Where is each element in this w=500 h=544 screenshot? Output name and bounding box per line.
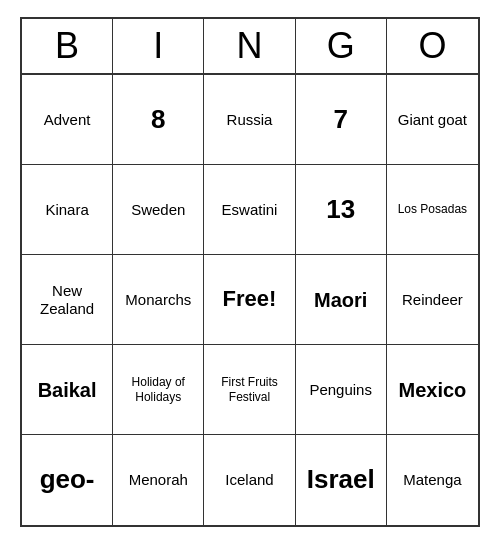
bingo-cell-r1-c3: 13 — [296, 165, 387, 255]
bingo-cell-r0-c1: 8 — [113, 75, 204, 165]
header-letter-n: N — [204, 19, 295, 73]
bingo-cell-r4-c0: geo- — [22, 435, 113, 525]
header-letter-g: G — [296, 19, 387, 73]
bingo-cell-r2-c2: Free! — [204, 255, 295, 345]
bingo-cell-r3-c3: Penguins — [296, 345, 387, 435]
bingo-cell-r4-c1: Menorah — [113, 435, 204, 525]
bingo-cell-r3-c4: Mexico — [387, 345, 478, 435]
bingo-cell-r2-c1: Monarchs — [113, 255, 204, 345]
bingo-cell-r2-c4: Reindeer — [387, 255, 478, 345]
bingo-cell-r0-c0: Advent — [22, 75, 113, 165]
bingo-cell-r3-c2: First Fruits Festival — [204, 345, 295, 435]
bingo-cell-r0-c2: Russia — [204, 75, 295, 165]
header-letter-i: I — [113, 19, 204, 73]
bingo-cell-r0-c3: 7 — [296, 75, 387, 165]
header-letter-b: B — [22, 19, 113, 73]
bingo-cell-r4-c3: Israel — [296, 435, 387, 525]
bingo-cell-r2-c0: New Zealand — [22, 255, 113, 345]
bingo-cell-r1-c2: Eswatini — [204, 165, 295, 255]
bingo-card: BINGO Advent8Russia7Giant goatKinaraSwed… — [20, 17, 480, 527]
bingo-cell-r1-c0: Kinara — [22, 165, 113, 255]
header-letter-o: O — [387, 19, 478, 73]
bingo-grid: Advent8Russia7Giant goatKinaraSwedenEswa… — [22, 75, 478, 525]
bingo-cell-r2-c3: Maori — [296, 255, 387, 345]
bingo-cell-r4-c4: Matenga — [387, 435, 478, 525]
bingo-cell-r3-c0: Baikal — [22, 345, 113, 435]
bingo-cell-r4-c2: Iceland — [204, 435, 295, 525]
bingo-cell-r1-c1: Sweden — [113, 165, 204, 255]
bingo-header: BINGO — [22, 19, 478, 75]
bingo-cell-r3-c1: Holiday of Holidays — [113, 345, 204, 435]
bingo-cell-r1-c4: Los Posadas — [387, 165, 478, 255]
bingo-cell-r0-c4: Giant goat — [387, 75, 478, 165]
